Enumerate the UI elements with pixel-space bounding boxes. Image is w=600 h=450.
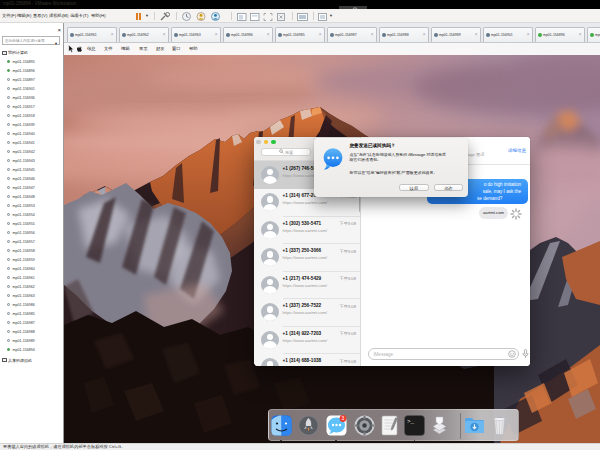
svg-text:>_: >_ <box>407 418 415 425</box>
svg-text:3: 3 <box>341 415 344 421</box>
